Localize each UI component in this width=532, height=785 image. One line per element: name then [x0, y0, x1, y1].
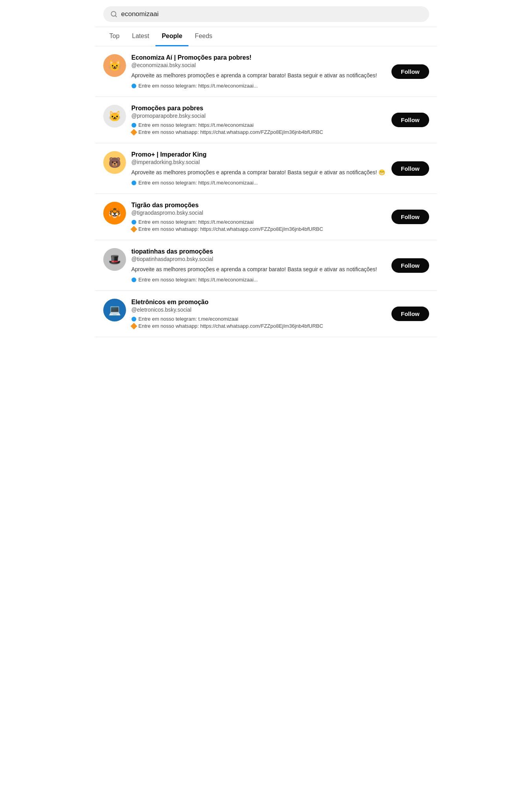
- orange-diamond-icon: [130, 129, 137, 136]
- person-links: Entre em nosso telegram: t.me/economizaa…: [132, 316, 386, 329]
- avatar: 🐯: [103, 202, 126, 225]
- person-info: Tigrão das promoções@tigraodaspromo.bsky…: [132, 202, 386, 232]
- person-link-item: Entre em nosso whatsapp: https://chat.wh…: [132, 323, 386, 329]
- blue-dot-icon: [132, 84, 136, 88]
- link-text: Entre em nosso telegram: t.me/economizaa…: [139, 316, 386, 322]
- orange-diamond-icon: [130, 226, 137, 233]
- person-info: Promo+ | Imperador King@imperadorking.bs…: [132, 151, 386, 186]
- person-links: Entre em nosso telegram: https://t.me/ec…: [132, 277, 386, 283]
- avatar: 🐱: [103, 105, 126, 128]
- person-card: 😺Economiza Aí | Promoções para pobres!@e…: [95, 46, 437, 97]
- blue-dot-icon: [132, 277, 136, 282]
- link-text: Entre em nosso whatsapp: https://chat.wh…: [139, 129, 386, 135]
- follow-button[interactable]: Follow: [391, 113, 429, 127]
- avatar: 🐻: [103, 151, 126, 174]
- person-card: 🐻Promo+ | Imperador King@imperadorking.b…: [95, 143, 437, 194]
- tab-latest[interactable]: Latest: [126, 27, 155, 46]
- person-info: Eletrônicos em promoção@eletronicos.bsky…: [132, 299, 386, 329]
- person-link-item: Entre em nosso telegram: https://t.me/ec…: [132, 180, 386, 186]
- tab-top[interactable]: Top: [103, 27, 126, 46]
- person-link-item: Entre em nosso telegram: https://t.me/ec…: [132, 219, 386, 225]
- avatar: 🎩: [103, 248, 126, 271]
- link-text: Entre em nosso telegram: https://t.me/ec…: [139, 122, 386, 128]
- follow-button[interactable]: Follow: [391, 307, 429, 321]
- person-handle: @eletronicos.bsky.social: [132, 307, 386, 313]
- person-link-item: Entre em nosso whatsapp: https://chat.wh…: [132, 129, 386, 135]
- person-link-item: Entre em nosso telegram: https://t.me/ec…: [132, 122, 386, 128]
- person-handle: @tiopatinhasdapromo.bsky.social: [132, 256, 386, 262]
- person-name: Promo+ | Imperador King: [132, 151, 386, 158]
- search-bar: [95, 0, 437, 27]
- blue-dot-icon: [132, 181, 136, 185]
- link-text: Entre em nosso whatsapp: https://chat.wh…: [139, 226, 386, 232]
- person-handle: @promoparapobre.bsky.social: [132, 113, 386, 119]
- person-links: Entre em nosso telegram: https://t.me/ec…: [132, 219, 386, 232]
- person-name: Economiza Aí | Promoções para pobres!: [132, 54, 386, 61]
- search-input[interactable]: [121, 10, 422, 18]
- link-text: Entre em nosso telegram: https://t.me/ec…: [139, 277, 386, 283]
- person-links: Entre em nosso telegram: https://t.me/ec…: [132, 180, 386, 186]
- person-link-item: Entre em nosso telegram: https://t.me/ec…: [132, 277, 386, 283]
- person-link-item: Entre em nosso telegram: t.me/economizaa…: [132, 316, 386, 322]
- person-name: Tigrão das promoções: [132, 202, 386, 209]
- person-card: 🐱Promoções para pobres@promoparapobre.bs…: [95, 97, 437, 143]
- person-name: Eletrônicos em promoção: [132, 299, 386, 306]
- search-icon: [110, 11, 117, 18]
- avatar: 😺: [103, 54, 126, 77]
- orange-diamond-icon: [130, 323, 137, 330]
- person-card: 💻Eletrônicos em promoção@eletronicos.bsk…: [95, 291, 437, 337]
- person-bio: Aproveite as melhores promoções e aprend…: [132, 168, 386, 177]
- person-link-item: Entre em nosso whatsapp: https://chat.wh…: [132, 226, 386, 232]
- tabs: Top Latest People Feeds: [95, 27, 437, 46]
- link-text: Entre em nosso whatsapp: https://chat.wh…: [139, 323, 386, 329]
- blue-dot-icon: [132, 317, 136, 321]
- link-text: Entre em nosso telegram: https://t.me/ec…: [139, 83, 386, 89]
- blue-dot-icon: [132, 220, 136, 225]
- person-info: Promoções para pobres@promoparapobre.bsk…: [132, 105, 386, 135]
- avatar: 💻: [103, 299, 126, 321]
- tab-feeds[interactable]: Feeds: [188, 27, 218, 46]
- tab-people[interactable]: People: [155, 27, 188, 46]
- person-info: tiopatinhas das promoções@tiopatinhasdap…: [132, 248, 386, 283]
- person-handle: @imperadorking.bsky.social: [132, 159, 386, 165]
- person-card: 🐯Tigrão das promoções@tigraodaspromo.bsk…: [95, 194, 437, 240]
- follow-button[interactable]: Follow: [391, 64, 429, 79]
- link-text: Entre em nosso telegram: https://t.me/ec…: [139, 219, 386, 225]
- person-links: Entre em nosso telegram: https://t.me/ec…: [132, 122, 386, 135]
- person-name: tiopatinhas das promoções: [132, 248, 386, 255]
- person-name: Promoções para pobres: [132, 105, 386, 112]
- person-bio: Aproveite as melhores promoções e aprend…: [132, 265, 386, 274]
- person-card: 🎩tiopatinhas das promoções@tiopatinhasda…: [95, 240, 437, 291]
- people-list: 😺Economiza Aí | Promoções para pobres!@e…: [95, 46, 437, 337]
- person-link-item: Entre em nosso telegram: https://t.me/ec…: [132, 83, 386, 89]
- follow-button[interactable]: Follow: [391, 258, 429, 273]
- person-bio: Aproveite as melhores promoções e aprend…: [132, 71, 386, 80]
- person-info: Economiza Aí | Promoções para pobres!@ec…: [132, 54, 386, 89]
- person-handle: @economizaai.bsky.social: [132, 62, 386, 68]
- search-input-wrap: [103, 6, 429, 22]
- blue-dot-icon: [132, 123, 136, 128]
- person-handle: @tigraodaspromo.bsky.social: [132, 210, 386, 216]
- svg-line-1: [115, 15, 116, 16]
- link-text: Entre em nosso telegram: https://t.me/ec…: [139, 180, 386, 186]
- follow-button[interactable]: Follow: [391, 210, 429, 224]
- follow-button[interactable]: Follow: [391, 161, 429, 176]
- person-links: Entre em nosso telegram: https://t.me/ec…: [132, 83, 386, 89]
